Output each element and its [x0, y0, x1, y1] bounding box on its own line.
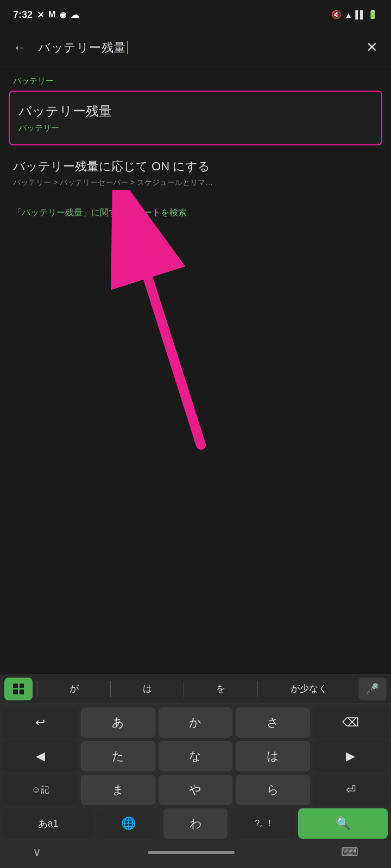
- key-right[interactable]: ▶: [313, 741, 388, 771]
- suggestion-divider-4: [257, 681, 258, 697]
- backspace-icon: ⌫: [342, 716, 359, 730]
- support-link[interactable]: 「バッテリー残量」に関するサポートを検索: [0, 199, 391, 227]
- key-ya[interactable]: や: [159, 775, 233, 805]
- key-ma[interactable]: ま: [81, 775, 155, 805]
- result-sub-2: バッテリー > バッテリーセーバー > スケジュールとリマ…: [13, 178, 378, 188]
- keyboard-area: が は を が少なく 🎤 ↩ あ か さ ⌫: [0, 674, 391, 868]
- key-backspace[interactable]: ⌫: [313, 707, 388, 738]
- mic-button[interactable]: 🎤: [358, 678, 387, 700]
- key-punctuation[interactable]: ?。!: [231, 808, 295, 839]
- status-left: 7:32 ✕ M ◉ ☁: [13, 9, 79, 21]
- circle-icon: ◉: [60, 10, 66, 19]
- key-na[interactable]: な: [159, 741, 233, 771]
- key-globe[interactable]: 🌐: [96, 808, 160, 839]
- key-enter[interactable]: ⏎: [313, 775, 388, 805]
- suggestion-divider: [37, 681, 37, 697]
- category-label: バッテリー: [13, 76, 54, 85]
- category-header: バッテリー: [0, 67, 391, 91]
- cloud-icon: ☁: [71, 10, 79, 20]
- keyboard-icon[interactable]: ⌨: [341, 845, 358, 859]
- result-item-2[interactable]: バッテリー残量に応じて ON にする バッテリー > バッテリーセーバー > ス…: [0, 148, 391, 199]
- suggestions-row: が は を が少なく 🎤: [0, 674, 391, 704]
- key-ha[interactable]: は: [236, 741, 310, 771]
- signal-icon: ▌▌: [355, 10, 365, 19]
- search-bar: ← バッテリー残量 ✕: [0, 28, 391, 67]
- home-indicator: [148, 851, 235, 854]
- status-bar: 7:32 ✕ M ◉ ☁ 🔇 ▲ ▌▌ 🔋: [0, 0, 391, 28]
- result-title-2: バッテリー残量に応じて ON にする: [13, 158, 378, 175]
- key-ka[interactable]: か: [159, 707, 233, 738]
- back-button[interactable]: ←: [11, 37, 29, 58]
- gmail-icon: M: [48, 10, 55, 20]
- mute-icon: 🔇: [331, 10, 342, 20]
- grid-button[interactable]: [4, 678, 33, 700]
- key-ra[interactable]: ら: [236, 775, 310, 805]
- status-right: 🔇 ▲ ▌▌ 🔋: [331, 10, 378, 20]
- suggestion-wo[interactable]: を: [188, 678, 253, 699]
- twitter-icon: ✕: [37, 10, 44, 20]
- grid-icon: [13, 684, 24, 694]
- svg-line-1: [130, 222, 201, 445]
- chevron-down-icon[interactable]: ∨: [33, 845, 41, 859]
- clear-button[interactable]: ✕: [364, 37, 380, 58]
- key-undo[interactable]: ↩: [3, 707, 78, 738]
- result-sub-1: バッテリー: [18, 123, 373, 133]
- battery-icon: 🔋: [368, 10, 378, 20]
- suggestion-divider-2: [110, 681, 111, 697]
- key-row-3: ☺記 ま や ら ⏎: [3, 775, 388, 805]
- suggestion-divider-3: [184, 681, 184, 697]
- results-area: バッテリー バッテリー残量 バッテリー バッテリー残量に応じて ON にする バ…: [0, 67, 391, 227]
- key-row-4: あa1 🌐 わ ?。! 🔍: [3, 808, 388, 841]
- result-item-highlighted[interactable]: バッテリー残量 バッテリー: [9, 91, 382, 145]
- key-search[interactable]: 🔍: [298, 808, 388, 839]
- key-ta[interactable]: た: [81, 741, 155, 771]
- suggestion-ha[interactable]: は: [115, 678, 179, 699]
- key-row-1: ↩ あ か さ ⌫: [3, 707, 388, 738]
- key-emoji-rec[interactable]: ☺記: [3, 775, 78, 805]
- suggestion-ga[interactable]: が: [42, 678, 106, 699]
- search-text: バッテリー残量: [38, 40, 126, 56]
- text-cursor: [127, 41, 128, 54]
- result-title-1: バッテリー残量: [18, 103, 373, 120]
- suggestion-gasuku[interactable]: が少なく: [262, 678, 356, 699]
- support-link-text: 「バッテリー残量」に関するサポートを検索: [13, 208, 187, 217]
- mic-icon: 🎤: [365, 682, 379, 695]
- search-input-area[interactable]: バッテリー残量: [38, 40, 355, 56]
- key-wa[interactable]: わ: [163, 808, 228, 839]
- key-sa[interactable]: さ: [236, 707, 310, 738]
- key-a[interactable]: あ: [81, 707, 155, 738]
- status-time: 7:32: [13, 9, 33, 21]
- annotation-arrow: [43, 190, 261, 461]
- wifi-icon: ▲: [344, 10, 352, 20]
- bottom-bar: ∨ ⌨: [0, 843, 391, 868]
- keyboard-rows: ↩ あ か さ ⌫ ◀ た な: [0, 704, 391, 843]
- key-mode-switch[interactable]: あa1: [3, 808, 93, 839]
- key-row-2: ◀ た な は ▶: [3, 741, 388, 771]
- key-left[interactable]: ◀: [3, 741, 78, 771]
